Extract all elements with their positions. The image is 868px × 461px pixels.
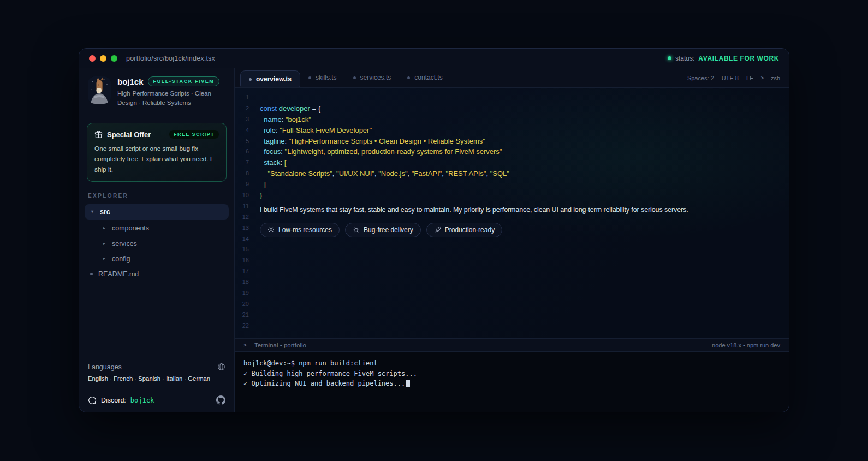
line-number: 1: [235, 92, 249, 103]
editor-meta-item: UTF-8: [722, 75, 739, 81]
tab-overview-ts[interactable]: overview.ts: [240, 70, 300, 87]
bio-paragraph: I build FiveM systems that stay fast, st…: [260, 206, 781, 214]
line-number: 15: [235, 244, 249, 255]
tree-item-README-md[interactable]: README.md: [79, 267, 234, 282]
tree-item-config[interactable]: ▸config: [79, 251, 234, 267]
tab-label: contact.ts: [414, 74, 442, 81]
code-token: "Full-Stack FiveM Developer": [280, 126, 372, 134]
profile-info: boj1ck FULL-STACK FIVEM High-Performance…: [117, 76, 225, 107]
code-line[interactable]: }: [260, 190, 781, 201]
line-number: 20: [235, 299, 249, 310]
line-number-gutter: 12345678910111213141516171819202122: [235, 88, 254, 338]
code-token: developer: [279, 104, 310, 113]
code-token: ,: [332, 169, 336, 178]
chip-bug-free-delivery[interactable]: Bug-free delivery: [345, 223, 421, 237]
tab-dot-icon: [353, 76, 356, 79]
file-tree: ▾src▸components▸services▸configREADME.md: [79, 204, 234, 282]
terminal-prompt-icon: >_: [243, 342, 250, 348]
code-line[interactable]: tagline: "High-Performance Scripts • Cle…: [260, 136, 781, 147]
editor-content: const developer = { name: "boj1ck" role:…: [254, 88, 789, 338]
code-token: :: [281, 158, 284, 167]
tree-item-src[interactable]: ▾src: [85, 204, 229, 220]
tree-item-label: components: [112, 224, 149, 232]
chip-low-ms-resources[interactable]: Low-ms resources: [260, 223, 340, 237]
maximize-window-button[interactable]: [111, 55, 117, 62]
code-line[interactable]: "Standalone Scripts", "UI/UX NUI", "Node…: [260, 168, 781, 179]
line-number: 19: [235, 288, 249, 299]
line-number: 11: [235, 201, 249, 212]
chevron-right-icon: ▸: [102, 241, 106, 246]
code-token: "REST APIs": [445, 169, 486, 178]
rocket-icon: [434, 226, 441, 233]
sidebar: boj1ck FULL-STACK FIVEM High-Performance…: [79, 68, 235, 412]
explorer-heading: EXPLORER: [88, 193, 225, 199]
discord-section: Discord: boj1ck: [79, 388, 234, 412]
window-controls: [89, 55, 117, 62]
code-line[interactable]: [260, 92, 781, 103]
code-line[interactable]: ]: [260, 179, 781, 190]
close-window-button[interactable]: [89, 55, 96, 62]
profile-tagline: High-Performance Scripts · Clean Design …: [117, 89, 225, 107]
line-number: 18: [235, 277, 249, 288]
tab-skills-ts[interactable]: skills.ts: [300, 68, 345, 87]
code-token: "High-Performance Scripts • Clean Design…: [289, 137, 485, 145]
tab-dot-icon: [308, 76, 311, 79]
chip-production-ready[interactable]: Production-ready: [426, 223, 502, 237]
tab-label: overview.ts: [256, 75, 292, 83]
chip-label: Production-ready: [445, 226, 495, 234]
code-line[interactable]: focus: "Lightweight, optimized, producti…: [260, 146, 781, 157]
terminal-cursor: [406, 380, 410, 387]
gear-icon: [267, 226, 275, 233]
line-number: 2: [235, 103, 249, 114]
code-line[interactable]: name: "boj1ck": [260, 114, 781, 125]
discord-label: Discord:: [101, 397, 126, 404]
languages-list: English · French · Spanish · Italian · G…: [88, 375, 225, 382]
line-number: 9: [235, 179, 249, 190]
code-token: [260, 169, 267, 178]
tab-contact-ts[interactable]: contact.ts: [399, 68, 450, 87]
code-token: ]: [264, 180, 266, 188]
shell-name: zsh: [771, 75, 780, 81]
tab-bar-tabs: overview.tsskills.tsservices.tscontact.t…: [240, 68, 451, 87]
terminal-output[interactable]: boj1ck@dev:~$ npm run build:client✓ Buil…: [235, 352, 789, 412]
breadcrumb: portfolio/src/boj1ck/index.tsx: [126, 55, 215, 62]
profile-card: boj1ck FULL-STACK FIVEM High-Performance…: [79, 68, 234, 115]
code-token: ,: [486, 169, 490, 178]
chevron-right-icon: ▸: [102, 256, 106, 261]
profile-name: boj1ck: [117, 77, 144, 86]
explorer-section: EXPLORER ▾src▸components▸services▸config…: [79, 184, 234, 282]
sidebar-spacer: [79, 282, 234, 356]
line-number: 4: [235, 125, 249, 136]
editor-meta-item: Spaces: 2: [687, 75, 714, 81]
offer-description: One small script or one small bug fix co…: [94, 144, 219, 175]
status-value: AVAILABLE FOR WORK: [698, 55, 779, 62]
tab-dot-icon: [407, 76, 410, 79]
tree-item-services[interactable]: ▸services: [79, 236, 234, 251]
line-number: 13: [235, 223, 249, 234]
terminal-line: ✓ Optimizing NUI and backend pipelines..…: [243, 379, 780, 389]
terminal-env-info: node v18.x • npm run dev: [712, 342, 780, 348]
tree-item-components[interactable]: ▸components: [79, 221, 234, 236]
code-block: const developer = { name: "boj1ck" role:…: [260, 92, 781, 201]
code-token: [: [284, 158, 287, 167]
code-token: focus: [264, 147, 281, 156]
code-line[interactable]: const developer = {: [260, 103, 781, 114]
code-token: "SQL": [490, 169, 509, 178]
role-badge: FULL-STACK FIVEM: [148, 76, 220, 86]
editor-pane: overview.tsskills.tsservices.tscontact.t…: [235, 68, 789, 412]
minimize-window-button[interactable]: [100, 55, 106, 62]
discord-username[interactable]: boj1ck: [130, 397, 154, 404]
chevron-down-icon: ▾: [90, 209, 94, 214]
tab-services-ts[interactable]: services.ts: [345, 68, 400, 87]
code-line[interactable]: stack: [: [260, 157, 781, 168]
line-number: 22: [235, 321, 249, 332]
status-label: status:: [675, 55, 694, 62]
shell-prompt-icon: >_: [761, 75, 768, 81]
bug-icon: [353, 226, 360, 233]
line-number: 10: [235, 190, 249, 201]
terminal-line: boj1ck@dev:~$ npm run build:client: [243, 358, 780, 369]
code-line[interactable]: role: "Full-Stack FiveM Developer": [260, 125, 781, 136]
line-number: 16: [235, 255, 249, 266]
github-icon[interactable]: [216, 395, 225, 405]
code-token: "FastAPI": [412, 169, 442, 178]
